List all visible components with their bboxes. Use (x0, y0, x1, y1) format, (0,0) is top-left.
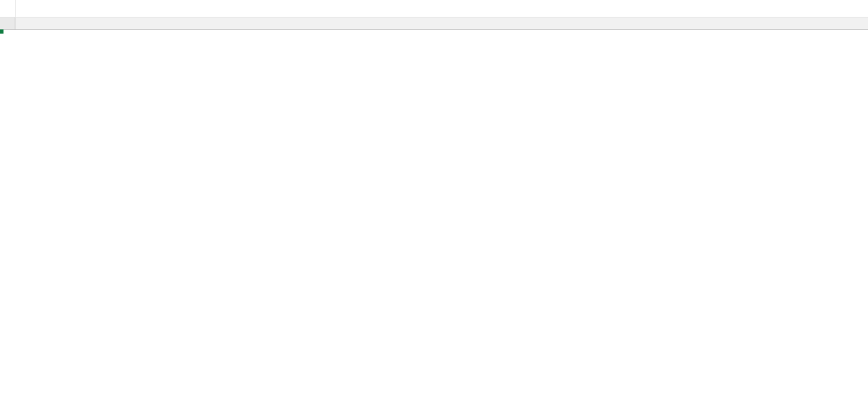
select-all-corner[interactable] (0, 18, 15, 29)
active-cell-indicator (0, 30, 3, 33)
column-header-row (0, 18, 868, 30)
horizontal-scroll-track[interactable] (16, 0, 868, 17)
top-scroll-area (0, 0, 868, 18)
spreadsheet-viewport (0, 0, 868, 406)
scroll-corner (0, 0, 16, 17)
